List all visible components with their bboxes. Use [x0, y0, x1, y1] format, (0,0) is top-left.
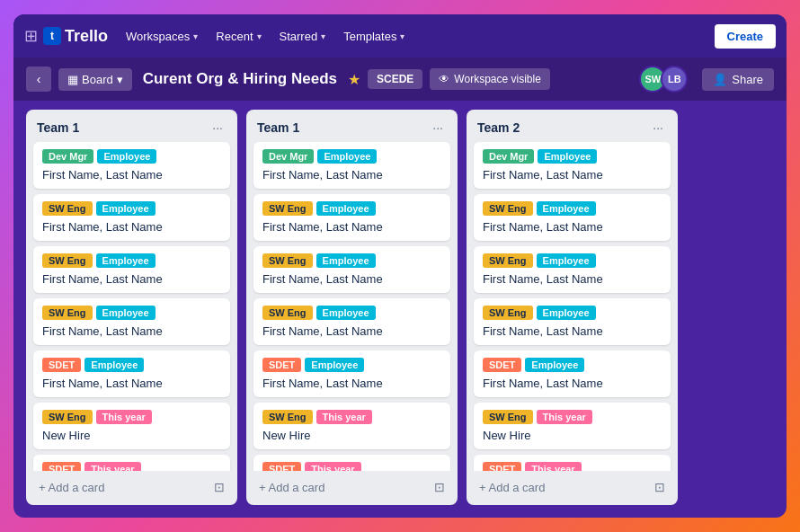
card-name-3-6: New Hire	[483, 429, 662, 442]
tag-1-7-1: SDET	[42, 462, 81, 471]
card-1-7[interactable]: SDETThis yearNew Hire	[33, 455, 230, 471]
list-footer-2: + Add a card⊡	[246, 471, 458, 505]
add-card-button-2[interactable]: + Add a card	[253, 477, 330, 498]
tag-3-1-2: Employee	[538, 149, 597, 164]
grid-icon[interactable]: ⊞	[24, 26, 38, 46]
tag-1-4-1: SW Eng	[42, 306, 93, 320]
card-3-1[interactable]: Dev MgrEmployeeFirst Name, Last Name	[474, 142, 671, 189]
card-3-6[interactable]: SW EngThis yearNew Hire	[474, 403, 671, 449]
starred-menu[interactable]: Starred ▾	[272, 24, 333, 49]
list-title-3: Team 2	[477, 120, 520, 135]
tag-2-2-1: SW Eng	[262, 201, 313, 216]
card-2-7[interactable]: SDETThis yearNew Hire	[253, 455, 450, 471]
card-2-3[interactable]: SW EngEmployeeFirst Name, Last Name	[253, 246, 450, 293]
card-3-5[interactable]: SDETEmployeeFirst Name, Last Name	[474, 350, 671, 397]
card-tags-3-2: SW EngEmployee	[483, 201, 662, 216]
card-tags-3-5: SDETEmployee	[483, 358, 662, 372]
tag-3-7-1: SDET	[483, 462, 521, 471]
card-name-1-5: First Name, Last Name	[42, 377, 221, 390]
card-2-6[interactable]: SW EngThis yearNew Hire	[253, 403, 450, 449]
card-name-2-1: First Name, Last Name	[262, 168, 441, 182]
card-name-3-1: First Name, Last Name	[483, 168, 662, 182]
list-menu-button-1[interactable]: ···	[209, 119, 227, 137]
card-1-1[interactable]: Dev MgrEmployeeFirst Name, Last Name	[33, 142, 230, 189]
tag-3-4-2: Employee	[537, 306, 596, 320]
card-1-3[interactable]: SW EngEmployeeFirst Name, Last Name	[33, 246, 230, 293]
tag-3-4-1: SW Eng	[483, 306, 533, 320]
card-name-1-3: First Name, Last Name	[42, 272, 221, 286]
card-name-1-2: First Name, Last Name	[42, 220, 221, 234]
card-name-2-4: First Name, Last Name	[262, 324, 441, 338]
card-3-4[interactable]: SW EngEmployeeFirst Name, Last Name	[474, 298, 671, 345]
board-view-icon: ▦	[67, 73, 78, 86]
card-2-2[interactable]: SW EngEmployeeFirst Name, Last Name	[253, 194, 450, 241]
card-name-3-5: First Name, Last Name	[483, 377, 662, 390]
card-1-4[interactable]: SW EngEmployeeFirst Name, Last Name	[33, 298, 230, 345]
board-view-button[interactable]: ▦ Board ▾	[58, 68, 132, 91]
workspaces-menu[interactable]: Workspaces ▾	[119, 24, 205, 49]
create-button[interactable]: Create	[715, 24, 776, 49]
card-tags-2-5: SDETEmployee	[262, 358, 441, 372]
card-1-5[interactable]: SDETEmployeeFirst Name, Last Name	[33, 350, 230, 397]
card-3-3[interactable]: SW EngEmployeeFirst Name, Last Name	[474, 246, 671, 293]
tag-2-5-1: SDET	[262, 358, 301, 372]
templates-label: Templates	[343, 30, 396, 43]
list-menu-button-2[interactable]: ···	[429, 119, 447, 137]
add-card-button-1[interactable]: + Add a card	[33, 477, 110, 498]
card-name-3-4: First Name, Last Name	[483, 324, 662, 338]
star-icon[interactable]: ★	[348, 71, 360, 88]
card-tags-3-1: Dev MgrEmployee	[483, 149, 662, 164]
templates-chevron: ▾	[400, 31, 404, 41]
visibility-label: Workspace visible	[454, 73, 540, 85]
tag-2-6-2: This year	[316, 410, 372, 424]
recent-menu[interactable]: Recent ▾	[209, 24, 268, 49]
tag-1-2-1: SW Eng	[42, 201, 93, 216]
card-2-1[interactable]: Dev MgrEmployeeFirst Name, Last Name	[253, 142, 450, 189]
list-cards-2: Dev MgrEmployeeFirst Name, Last NameSW E…	[246, 142, 458, 471]
trello-logo-text: Trello	[65, 27, 108, 46]
card-1-2[interactable]: SW EngEmployeeFirst Name, Last Name	[33, 194, 230, 241]
list-3: Team 2···Dev MgrEmployeeFirst Name, Last…	[467, 110, 678, 505]
card-3-7[interactable]: SDETThis yearNew Hire	[474, 455, 671, 471]
tag-1-3-2: Employee	[96, 253, 156, 268]
card-tags-2-3: SW EngEmployee	[262, 253, 441, 268]
list-cards-3: Dev MgrEmployeeFirst Name, Last NameSW E…	[467, 142, 678, 471]
tag-1-4-2: Employee	[96, 306, 156, 320]
tag-2-2-2: Employee	[316, 201, 376, 216]
card-name-3-3: First Name, Last Name	[483, 272, 662, 286]
card-2-5[interactable]: SDETEmployeeFirst Name, Last Name	[253, 350, 450, 397]
list-header-3: Team 2···	[467, 110, 678, 142]
tag-1-1-1: Dev Mgr	[42, 149, 93, 164]
visibility-button[interactable]: 👁 Workspace visible	[430, 68, 549, 90]
workspace-badge[interactable]: SCEDE	[368, 69, 422, 89]
card-3-2[interactable]: SW EngEmployeeFirst Name, Last Name	[474, 194, 671, 241]
card-2-4[interactable]: SW EngEmployeeFirst Name, Last Name	[253, 298, 450, 345]
card-1-6[interactable]: SW EngThis yearNew Hire	[33, 403, 230, 449]
list-cards-1: Dev MgrEmployeeFirst Name, Last NameSW E…	[26, 142, 237, 471]
tag-3-5-1: SDET	[483, 358, 521, 372]
board-content: Team 1···Dev MgrEmployeeFirst Name, Last…	[13, 101, 787, 518]
template-icon-button-1[interactable]: ⊡	[209, 476, 230, 498]
card-name-1-6: New Hire	[42, 429, 221, 442]
recent-label: Recent	[216, 30, 253, 43]
card-tags-1-7: SDETThis year	[42, 462, 221, 471]
app-wrapper: ⊞ t Trello Workspaces ▾ Recent ▾ Starred…	[13, 14, 787, 518]
starred-label: Starred	[280, 30, 318, 43]
share-label: Share	[732, 73, 763, 86]
tag-3-6-1: SW Eng	[483, 410, 533, 424]
add-card-button-3[interactable]: + Add a card	[474, 477, 550, 498]
board-view-label: Board	[82, 73, 113, 86]
list-menu-button-3[interactable]: ···	[649, 119, 667, 137]
list-2: Team 1···Dev MgrEmployeeFirst Name, Last…	[246, 110, 458, 505]
board-title: Curent Org & Hiring Needs	[143, 70, 337, 88]
template-icon-button-3[interactable]: ⊡	[649, 476, 671, 498]
card-tags-2-1: Dev MgrEmployee	[262, 149, 441, 164]
card-tags-2-4: SW EngEmployee	[262, 306, 441, 320]
collapse-sidebar-button[interactable]: ‹	[26, 66, 51, 92]
avatar-lb[interactable]: LB	[661, 66, 688, 93]
share-button[interactable]: 👤 Share	[702, 68, 774, 91]
nav-logo: ⊞ t Trello	[24, 26, 108, 46]
template-icon-button-2[interactable]: ⊡	[429, 476, 450, 498]
templates-menu[interactable]: Templates ▾	[336, 24, 412, 49]
workspaces-chevron: ▾	[193, 31, 198, 41]
